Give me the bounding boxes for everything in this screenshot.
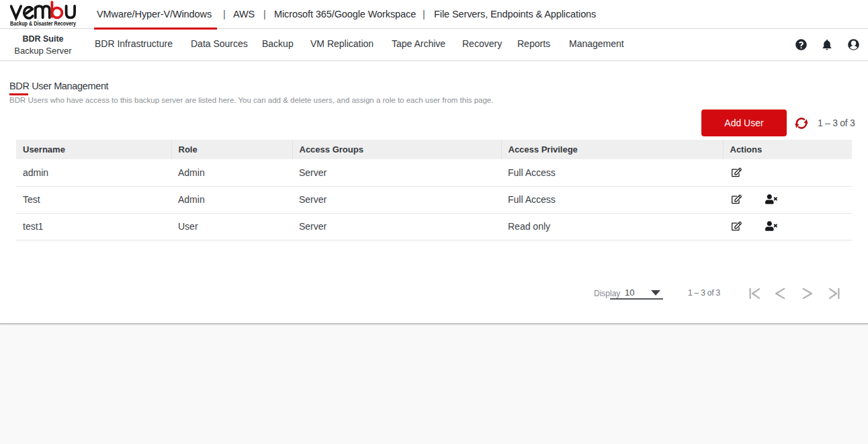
svg-text:Backup & Disaster Recovery: Backup & Disaster Recovery xyxy=(10,20,76,27)
